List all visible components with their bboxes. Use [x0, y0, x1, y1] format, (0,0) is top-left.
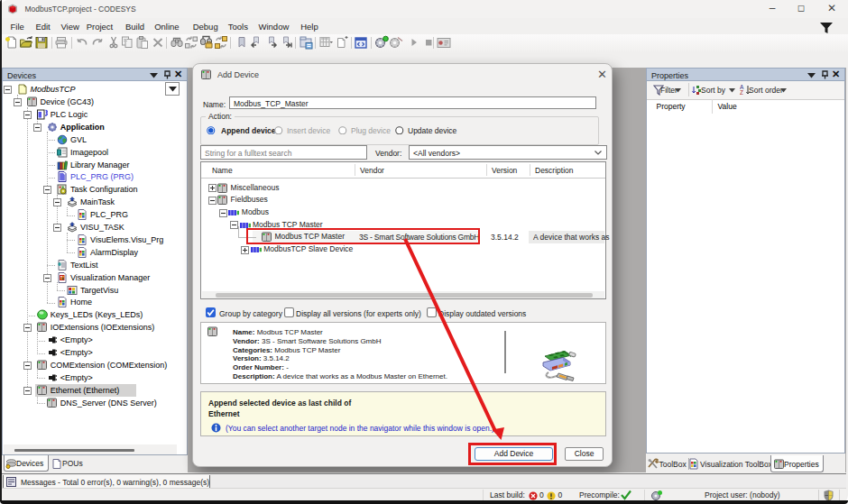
svg-text:Z: Z	[740, 89, 743, 96]
